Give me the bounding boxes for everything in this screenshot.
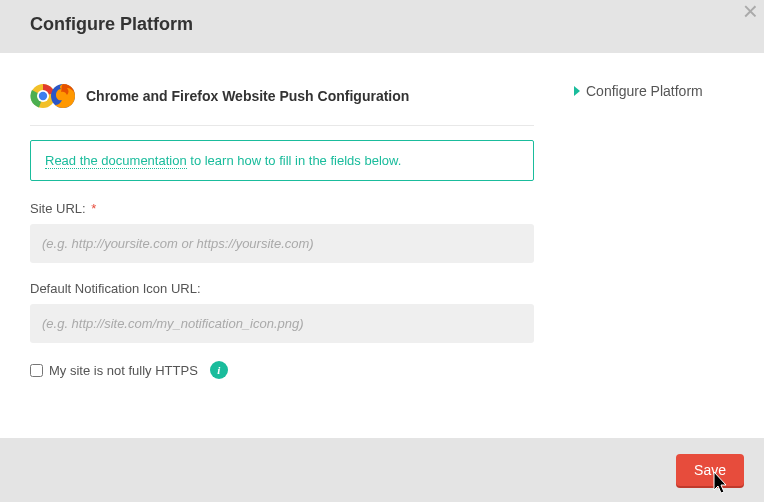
icon-url-input[interactable] xyxy=(30,304,534,343)
field-icon-url: Default Notification Icon URL: xyxy=(30,281,534,343)
dialog-title: Configure Platform xyxy=(30,14,734,35)
section-title: Chrome and Firefox Website Push Configur… xyxy=(86,88,409,104)
section-header: Chrome and Firefox Website Push Configur… xyxy=(30,83,534,126)
dialog-body: Chrome and Firefox Website Push Configur… xyxy=(0,53,764,423)
firefox-icon xyxy=(50,83,76,109)
info-box-text: to learn how to fill in the fields below… xyxy=(187,153,402,168)
docs-link[interactable]: Read the documentation xyxy=(45,153,187,169)
svg-point-2 xyxy=(39,92,47,100)
browser-icons xyxy=(30,83,76,109)
sidebar-item-configure-platform[interactable]: Configure Platform xyxy=(574,83,734,99)
sidebar-column: Configure Platform xyxy=(574,83,734,403)
info-icon[interactable]: i xyxy=(210,361,228,379)
field-site-url: Site URL: * xyxy=(30,201,534,263)
close-icon[interactable]: × xyxy=(743,0,758,24)
site-url-input[interactable] xyxy=(30,224,534,263)
dialog-header: Configure Platform × xyxy=(0,0,764,53)
not-https-row: My site is not fully HTTPS i xyxy=(30,361,534,379)
not-https-label: My site is not fully HTTPS xyxy=(49,363,198,378)
dialog-footer: Save xyxy=(0,438,764,502)
chevron-right-icon xyxy=(574,86,580,96)
info-box: Read the documentation to learn how to f… xyxy=(30,140,534,181)
main-column: Chrome and Firefox Website Push Configur… xyxy=(30,83,534,403)
site-url-label: Site URL: * xyxy=(30,201,534,216)
icon-url-label: Default Notification Icon URL: xyxy=(30,281,534,296)
required-mark: * xyxy=(91,201,96,216)
not-https-checkbox[interactable] xyxy=(30,364,43,377)
save-button[interactable]: Save xyxy=(676,454,744,486)
sidebar-item-label: Configure Platform xyxy=(586,83,703,99)
